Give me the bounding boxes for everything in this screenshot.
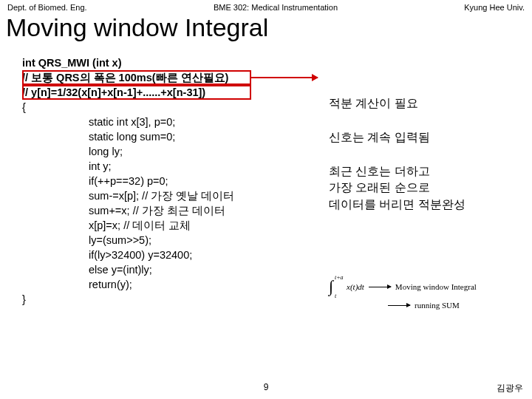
arrow-icon xyxy=(251,77,318,78)
code-brace-open: { xyxy=(22,100,519,115)
annotation-3: 최근 신호는 더하고 가장 오래된 순으로 데이터를 버리면 적분완성 xyxy=(329,163,466,213)
arrow-icon xyxy=(388,305,410,306)
integral-icon: ∫t+at xyxy=(329,277,333,296)
code-line: x[p]=x; // 데이터 교체 xyxy=(22,218,519,233)
highlight-box-2 xyxy=(22,85,251,100)
header-right: Kyung Hee Univ. xyxy=(464,3,525,12)
eq-label-1: Moving window Integral xyxy=(395,282,477,291)
annotation-1: 적분 계산이 필요 xyxy=(329,95,418,112)
header-center: BME 302: Medical Instrumentation xyxy=(214,3,338,12)
slide-content: int QRS_MWI (int x) // 보통 QRS의 폭은 100ms(… xyxy=(0,55,532,307)
author-name: 김광우 xyxy=(497,382,523,395)
arrow-icon xyxy=(369,287,391,287)
code-line: static int x[3], p=0; xyxy=(22,115,519,129)
code-line: long ly; xyxy=(22,144,519,159)
eq-label-2: running SUM xyxy=(415,301,460,310)
header-left: Dept. of Biomed. Eng. xyxy=(7,3,87,12)
equation-figure: ∫t+at x(t)dt Moving window Integral runn… xyxy=(329,277,517,321)
code-line: ly=(sum>>5); xyxy=(22,233,519,248)
code-fn-signature: int QRS_MWI (int x) xyxy=(22,55,519,70)
page-number: 9 xyxy=(264,382,269,392)
code-line: if(ly>32400) y=32400; xyxy=(22,248,519,262)
slide-header: Dept. of Biomed. Eng. BME 302: Medical I… xyxy=(0,0,532,13)
highlight-box-1 xyxy=(22,70,251,85)
integral-expr: x(t)dt xyxy=(347,282,364,291)
annotation-2: 신호는 계속 입력됨 xyxy=(329,129,430,146)
code-line: static long sum=0; xyxy=(22,129,519,144)
slide-title: Moving window Integral xyxy=(0,13,532,55)
code-line: else y=(int)ly; xyxy=(22,262,519,277)
slide-footer: 9 김광우 xyxy=(0,382,532,395)
